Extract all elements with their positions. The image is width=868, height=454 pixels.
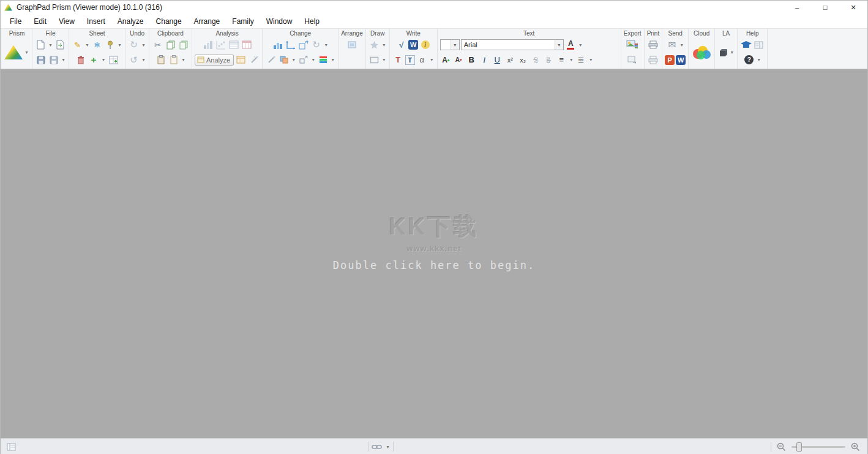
new-sheet-icon[interactable]: + [88,54,100,66]
draw-shape-icon[interactable] [369,54,380,66]
align-text-icon[interactable]: ≡ [556,54,567,66]
text-box-icon[interactable]: T [405,55,415,65]
help-dropdown-icon[interactable] [756,54,761,66]
close-button[interactable]: ✕ [839,1,867,14]
superscript-icon[interactable]: x² [504,54,516,66]
rename-sheet-icon[interactable]: ✎ [72,39,83,51]
link-dropdown-icon[interactable] [385,441,391,453]
menu-insert[interactable]: Insert [81,15,111,28]
zoom-out-icon[interactable] [776,441,787,453]
undo-dropdown-icon[interactable] [141,54,146,66]
draw-shape-dropdown-icon[interactable] [381,54,387,66]
update-dropdown-icon[interactable] [323,39,329,51]
bold-icon[interactable]: B [466,54,477,66]
font-color-dropdown-icon[interactable] [578,39,583,51]
link-icon[interactable] [371,441,383,453]
bar-graph-icon[interactable] [202,39,214,51]
results-table-icon[interactable] [228,39,239,51]
new-analysis-icon[interactable] [235,54,247,66]
rotate-text-down-icon[interactable]: ab [545,57,552,63]
delete-sheet-icon[interactable] [75,54,87,66]
color-fill-dropdown-icon[interactable] [291,54,296,66]
menu-view[interactable]: View [53,15,81,28]
maximize-button[interactable]: □ [811,1,839,14]
save-dropdown-icon[interactable] [61,54,66,66]
word-send-icon[interactable]: W [676,55,686,65]
color-scheme-icon[interactable] [317,54,329,66]
export-file-icon[interactable] [627,54,638,66]
menu-edit[interactable]: Edit [28,15,53,28]
rotate-text-up-icon[interactable]: ab [533,57,539,63]
menu-family[interactable]: Family [226,15,260,28]
new-sheet-dropdown-icon[interactable] [101,54,107,66]
duplicate-sheet-icon[interactable] [108,54,119,66]
word-notes-icon[interactable]: W [408,40,418,50]
menu-window[interactable]: Window [260,15,299,28]
menu-file[interactable]: File [4,15,28,28]
export-image-icon[interactable] [626,39,638,51]
change-axes-icon[interactable] [285,39,296,51]
save-as-icon[interactable] [48,54,59,66]
greek-letters-icon[interactable]: α [416,54,428,66]
graph-size-icon[interactable] [297,39,309,51]
cloud-icon[interactable] [691,45,712,61]
print-preview-icon[interactable] [647,54,659,66]
zoom-slider[interactable] [791,446,845,448]
copy-special-icon[interactable] [178,39,189,51]
font-color-icon[interactable]: A [565,39,577,51]
resize-objects-icon[interactable] [297,54,309,66]
zoom-slider-thumb[interactable] [796,442,802,452]
change-graph-type-icon[interactable] [272,39,283,51]
save-icon[interactable] [35,54,47,66]
italic-icon[interactable]: I [479,54,490,66]
pin-dropdown-icon[interactable] [117,39,122,51]
draw-tools-icon[interactable] [369,39,380,51]
underline-icon[interactable]: U [492,54,503,66]
font-family-dropdown-icon[interactable] [555,40,563,50]
email-icon[interactable]: ✉ [666,39,678,51]
magic-wand-icon[interactable] [265,54,277,66]
font-size-dropdown-icon[interactable] [451,40,459,50]
scatter-graph-icon[interactable] [215,39,226,51]
paste-icon[interactable] [155,54,166,66]
family-navigator-icon[interactable] [6,441,17,453]
menu-help[interactable]: Help [298,15,326,28]
arrange-objects-icon[interactable] [346,39,357,51]
new-file-dropdown-icon[interactable] [48,39,53,51]
minimize-button[interactable]: – [783,1,811,14]
menu-analyze[interactable]: Analyze [111,15,150,28]
resize-dropdown-icon[interactable] [310,54,316,66]
draw-tools-dropdown-icon[interactable] [381,39,387,51]
info-sheet-icon[interactable]: i [419,39,431,51]
email-dropdown-icon[interactable] [679,39,684,51]
font-size-combo[interactable] [440,39,460,50]
redo-icon[interactable]: ↻ [128,39,140,51]
prism-academy-icon[interactable] [740,39,752,51]
menu-arrange[interactable]: Arrange [188,15,226,28]
data-table-icon[interactable] [241,39,252,51]
zoom-in-icon[interactable] [850,441,861,453]
print-icon[interactable] [647,39,659,51]
redo-dropdown-icon[interactable] [141,39,146,51]
color-fill-icon[interactable] [278,54,290,66]
text-tool-icon[interactable]: T [392,54,404,66]
paste-special-icon[interactable] [168,54,179,66]
color-scheme-dropdown-icon[interactable] [330,54,335,66]
help-icon[interactable]: ? [743,54,755,66]
wizard-wand-icon[interactable] [248,54,260,66]
copy-icon[interactable] [165,39,176,51]
greek-dropdown-icon[interactable] [429,54,435,66]
subscript-icon[interactable]: x₂ [517,54,529,66]
menu-change[interactable]: Change [150,15,188,28]
line-spacing-icon[interactable]: ≣ [575,54,587,66]
labarchives-dropdown-icon[interactable] [729,47,735,58]
pin-sheet-icon[interactable] [104,39,116,51]
update-graph-icon[interactable]: ↻ [310,39,322,51]
cut-icon[interactable]: ✂ [152,39,163,51]
line-spacing-dropdown-icon[interactable] [588,54,594,66]
rename-dropdown-icon[interactable] [84,39,90,51]
undo-icon[interactable]: ↺ [128,54,140,66]
font-family-combo[interactable]: Arial [461,39,564,50]
analyze-button[interactable]: Analyze [195,55,234,66]
freeze-sheet-icon[interactable]: ❄ [91,39,103,51]
